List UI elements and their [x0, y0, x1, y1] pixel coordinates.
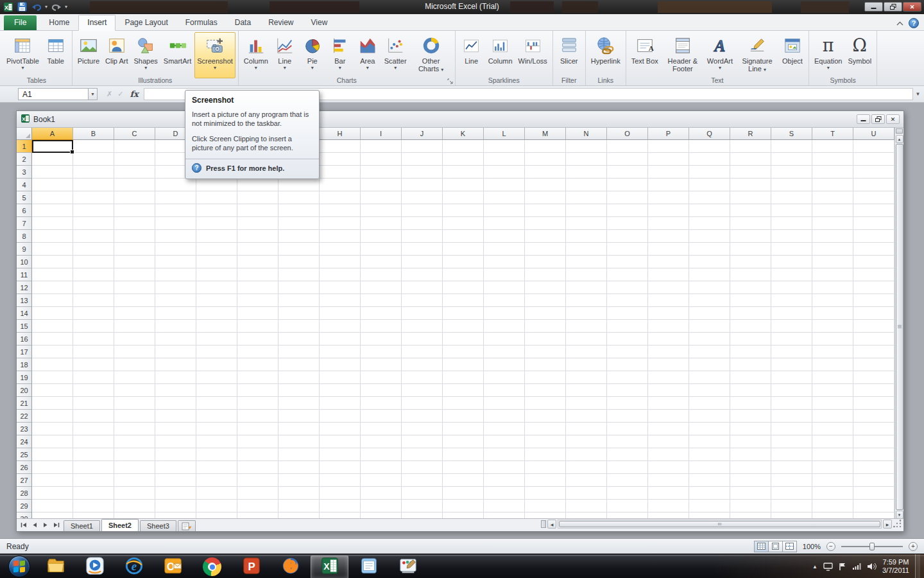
column-header-c[interactable]: C: [114, 128, 155, 140]
column-header-n[interactable]: N: [566, 128, 607, 140]
row-header-16[interactable]: 16: [17, 333, 32, 346]
tab-insert[interactable]: Insert: [78, 15, 116, 31]
sheet-tab-sheet1[interactable]: Sheet1: [64, 520, 100, 531]
scroll-left-icon[interactable]: ◀: [547, 520, 556, 529]
row-header-17[interactable]: 17: [17, 346, 32, 358]
close-window-icon[interactable]: ✕: [903, 2, 921, 12]
expand-formula-bar-icon[interactable]: ▼: [913, 88, 923, 100]
symbol-button[interactable]: ΩSymbol: [845, 32, 874, 78]
taskbar-clock[interactable]: 7:59 PM 3/7/2011: [882, 558, 909, 575]
object-button[interactable]: Object: [779, 32, 806, 78]
row-header-20[interactable]: 20: [17, 384, 32, 397]
row-header-28[interactable]: 28: [17, 487, 32, 500]
row-header-27[interactable]: 27: [17, 474, 32, 487]
column-header-k[interactable]: K: [443, 128, 484, 140]
bar-button[interactable]: Bar▾: [327, 32, 354, 78]
row-header-26[interactable]: 26: [17, 461, 32, 474]
tab-review[interactable]: Review: [260, 15, 302, 30]
row-header-6[interactable]: 6: [17, 204, 32, 217]
line-button[interactable]: Line: [458, 32, 485, 78]
horizontal-scrollbar[interactable]: ◀ ▶: [541, 518, 902, 531]
signature-line-button[interactable]: Signature Line ▾: [736, 32, 778, 78]
scatter-button[interactable]: Scatter▾: [382, 32, 409, 78]
line-button[interactable]: Line▾: [271, 32, 298, 78]
row-header-10[interactable]: 10: [17, 256, 32, 268]
row-header-23[interactable]: 23: [17, 423, 32, 435]
row-header-13[interactable]: 13: [17, 294, 32, 307]
win-loss-button[interactable]: Win/Loss: [516, 32, 550, 78]
column-header-u[interactable]: U: [853, 128, 894, 140]
row-header-9[interactable]: 9: [17, 243, 32, 256]
select-all-corner[interactable]: [17, 128, 32, 140]
scroll-up-icon[interactable]: ▲: [896, 135, 903, 143]
vertical-scrollbar[interactable]: ▲ ▼: [894, 128, 903, 520]
next-sheet-icon[interactable]: [40, 520, 50, 530]
tab-home[interactable]: Home: [40, 15, 78, 30]
start-button[interactable]: [5, 555, 33, 578]
row-header-2[interactable]: 2: [17, 153, 32, 166]
column-button[interactable]: Column▾: [241, 32, 271, 78]
restore-window-icon[interactable]: [884, 2, 902, 12]
help-icon[interactable]: ?: [909, 18, 919, 28]
taskbar-media-player[interactable]: [76, 556, 114, 578]
hyperlink-button[interactable]: Hyperlink: [588, 32, 623, 78]
vertical-scroll-thumb[interactable]: [896, 144, 903, 510]
other-charts-button[interactable]: Other Charts ▾: [410, 32, 452, 78]
row-header-24[interactable]: 24: [17, 435, 32, 448]
scroll-right-icon[interactable]: ▶: [883, 520, 892, 529]
insert-worksheet-icon[interactable]: [178, 520, 196, 531]
zoom-level[interactable]: 100%: [803, 543, 821, 550]
row-header-25[interactable]: 25: [17, 448, 32, 461]
horizontal-scroll-track[interactable]: [558, 520, 882, 529]
column-button[interactable]: Column: [486, 32, 515, 78]
row-header-18[interactable]: 18: [17, 358, 32, 371]
workbook-titlebar[interactable]: X Book1 ✕: [17, 111, 903, 128]
column-header-r[interactable]: R: [730, 128, 771, 140]
slicer-button[interactable]: Slicer: [556, 32, 583, 78]
row-header-8[interactable]: 8: [17, 230, 32, 243]
tab-formulas[interactable]: Formulas: [177, 15, 226, 30]
network-icon[interactable]: [852, 563, 861, 570]
minimize-window-icon[interactable]: [864, 2, 883, 12]
wordart-button[interactable]: AWordArt▾: [705, 32, 735, 78]
row-header-3[interactable]: 3: [17, 166, 32, 179]
tab-view[interactable]: View: [303, 15, 336, 30]
clip-art-button[interactable]: Clip Art: [103, 32, 130, 78]
spreadsheet-grid[interactable]: [32, 140, 894, 520]
row-header-11[interactable]: 11: [17, 268, 32, 281]
row-header-19[interactable]: 19: [17, 371, 32, 384]
sheet-tab-sheet3[interactable]: Sheet3: [140, 520, 176, 531]
taskbar-firefox[interactable]: [271, 556, 309, 578]
tab-page-layout[interactable]: Page Layout: [116, 15, 176, 30]
text-box-button[interactable]: AText Box: [629, 32, 661, 78]
row-header-22[interactable]: 22: [17, 410, 32, 423]
taskbar-internet-explorer[interactable]: e: [115, 556, 153, 578]
taskbar-windows-explorer[interactable]: [37, 556, 74, 578]
picture-button[interactable]: Picture: [75, 32, 102, 78]
taskbar-journal[interactable]: [350, 556, 388, 578]
vertical-split-handle[interactable]: [896, 128, 903, 134]
horizontal-split-handle[interactable]: [541, 520, 546, 528]
row-header-5[interactable]: 5: [17, 191, 32, 204]
column-header-l[interactable]: L: [484, 128, 525, 140]
row-header-21[interactable]: 21: [17, 397, 32, 410]
row-header-7[interactable]: 7: [17, 217, 32, 230]
pie-button[interactable]: Pie▾: [299, 32, 326, 78]
workbook-close-icon[interactable]: ✕: [886, 114, 900, 124]
column-header-t[interactable]: T: [812, 128, 853, 140]
column-header-p[interactable]: P: [648, 128, 689, 140]
tab-data[interactable]: Data: [227, 15, 259, 30]
row-header-12[interactable]: 12: [17, 281, 32, 294]
display-icon[interactable]: [823, 563, 833, 571]
column-header-o[interactable]: O: [607, 128, 648, 140]
header-footer-button[interactable]: Header & Footer: [662, 32, 704, 78]
horizontal-scroll-thumb[interactable]: [559, 521, 880, 527]
page-break-view-icon[interactable]: [782, 541, 797, 552]
taskbar-powerpoint[interactable]: P: [232, 556, 270, 578]
name-box-dropdown-icon[interactable]: ▼: [89, 88, 98, 100]
smartart-button[interactable]: SmartArt: [161, 32, 194, 78]
workbook-minimize-icon[interactable]: [857, 114, 870, 124]
zoom-in-icon[interactable]: +: [909, 542, 918, 551]
sheet-tab-sheet2[interactable]: Sheet2: [101, 519, 139, 531]
taskbar-paint[interactable]: [389, 556, 427, 578]
